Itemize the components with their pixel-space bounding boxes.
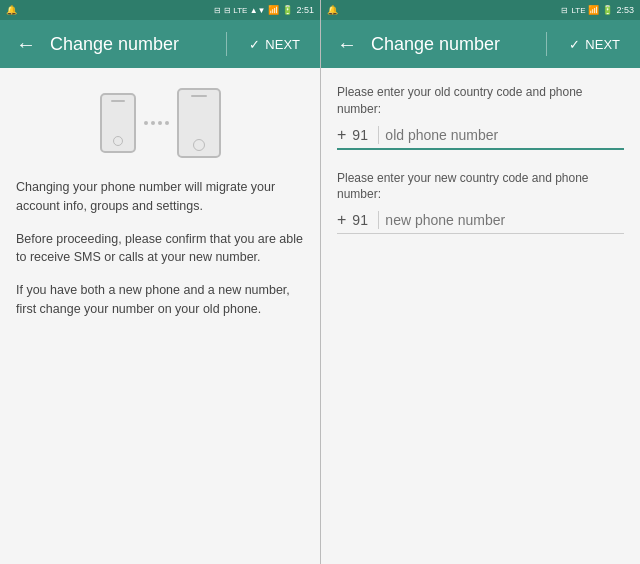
dot-3 (158, 121, 162, 125)
old-plus-sign: + (337, 126, 346, 144)
status-bar-1: 🔔 ⊟ ⊟ LTE ▲▼ 📶 🔋 2:51 (0, 0, 320, 20)
screen2-content: Please enter your old country code and p… (321, 68, 640, 564)
notification-icon: 🔔 (6, 5, 17, 15)
page-title-2: Change number (371, 34, 532, 55)
battery-icon-2: 🔋 (602, 5, 613, 15)
toolbar-1: ← Change number ✓ NEXT (0, 20, 320, 68)
screen-2: 🔔 ⊟ LTE 📶 🔋 2:53 ← Change number ✓ NEXT … (320, 0, 640, 564)
check-icon-2: ✓ (569, 37, 580, 52)
signal-icon-2: 📶 (588, 5, 599, 15)
status-bar-2: 🔔 ⊟ LTE 📶 🔋 2:53 (321, 0, 640, 20)
lte-label: ⊟ LTE ▲▼ (224, 6, 265, 15)
info-text-2: Before proceeding, please confirm that y… (16, 230, 304, 268)
toolbar-2: ← Change number ✓ NEXT (321, 20, 640, 68)
dot-2 (151, 121, 155, 125)
old-input-divider (378, 126, 379, 144)
dot-4 (165, 121, 169, 125)
screen1-content: Changing your phone number will migrate … (0, 68, 320, 564)
page-title-1: Change number (50, 34, 212, 55)
new-number-row[interactable]: + 91 (337, 211, 624, 234)
dot-1 (144, 121, 148, 125)
new-number-label: Please enter your new country code and p… (337, 170, 624, 204)
new-country-code: 91 (352, 212, 372, 228)
time-label-2: 2:53 (616, 5, 634, 15)
info-text-1: Changing your phone number will migrate … (16, 178, 304, 216)
signal-icon: 📶 (268, 5, 279, 15)
time-label-1: 2:51 (296, 5, 314, 15)
check-icon-1: ✓ (249, 37, 260, 52)
network-icon-2: ⊟ (561, 6, 568, 15)
info-text-3: If you have both a new phone and a new n… (16, 281, 304, 319)
status-bar-right-1: ⊟ ⊟ LTE ▲▼ 📶 🔋 2:51 (214, 5, 314, 15)
new-plus-sign: + (337, 211, 346, 229)
screen-1: 🔔 ⊟ ⊟ LTE ▲▼ 📶 🔋 2:51 ← Change number ✓ … (0, 0, 320, 564)
status-bar-left-2: 🔔 (327, 5, 338, 15)
status-bar-left-1: 🔔 (6, 5, 17, 15)
battery-icon: 🔋 (282, 5, 293, 15)
phone-body-small (100, 93, 136, 153)
transfer-dots (144, 121, 169, 125)
old-phone-input[interactable] (385, 127, 624, 143)
phone-icon-small (100, 93, 136, 153)
phone-icon-large (177, 88, 221, 158)
toolbar-divider-1 (226, 32, 227, 56)
new-phone-input[interactable] (385, 212, 624, 228)
old-country-code: 91 (352, 127, 372, 143)
old-number-label: Please enter your old country code and p… (337, 84, 624, 118)
status-bar-right-2: ⊟ LTE 📶 🔋 2:53 (561, 5, 634, 15)
lte-label-2: LTE (571, 6, 585, 15)
network-icon: ⊟ (214, 6, 221, 15)
notification-icon-2: 🔔 (327, 5, 338, 15)
back-button-2[interactable]: ← (333, 29, 361, 60)
next-label-1: NEXT (265, 37, 300, 52)
toolbar-divider-2 (546, 32, 547, 56)
new-input-divider (378, 211, 379, 229)
next-button-1[interactable]: ✓ NEXT (241, 33, 308, 56)
back-button-1[interactable]: ← (12, 29, 40, 60)
next-label-2: NEXT (585, 37, 620, 52)
phone-illustration (16, 88, 304, 158)
old-number-row[interactable]: + 91 (337, 126, 624, 150)
phone-body-large (177, 88, 221, 158)
next-button-2[interactable]: ✓ NEXT (561, 33, 628, 56)
